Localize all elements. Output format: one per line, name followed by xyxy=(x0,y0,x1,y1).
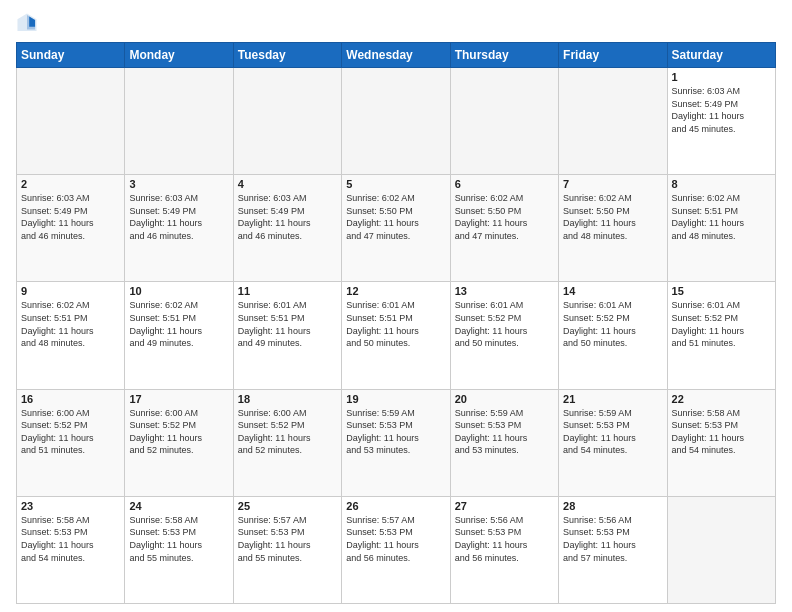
calendar-cell: 7Sunrise: 6:02 AM Sunset: 5:50 PM Daylig… xyxy=(559,175,667,282)
day-info: Sunrise: 6:00 AM Sunset: 5:52 PM Dayligh… xyxy=(238,407,337,457)
day-info: Sunrise: 6:03 AM Sunset: 5:49 PM Dayligh… xyxy=(21,192,120,242)
calendar-cell: 28Sunrise: 5:56 AM Sunset: 5:53 PM Dayli… xyxy=(559,496,667,603)
day-number: 10 xyxy=(129,285,228,297)
day-info: Sunrise: 5:59 AM Sunset: 5:53 PM Dayligh… xyxy=(455,407,554,457)
day-info: Sunrise: 5:59 AM Sunset: 5:53 PM Dayligh… xyxy=(563,407,662,457)
calendar-cell: 4Sunrise: 6:03 AM Sunset: 5:49 PM Daylig… xyxy=(233,175,341,282)
day-number: 28 xyxy=(563,500,662,512)
calendar-cell: 14Sunrise: 6:01 AM Sunset: 5:52 PM Dayli… xyxy=(559,282,667,389)
day-info: Sunrise: 5:59 AM Sunset: 5:53 PM Dayligh… xyxy=(346,407,445,457)
calendar-cell xyxy=(450,68,558,175)
calendar-cell: 26Sunrise: 5:57 AM Sunset: 5:53 PM Dayli… xyxy=(342,496,450,603)
day-number: 26 xyxy=(346,500,445,512)
day-number: 16 xyxy=(21,393,120,405)
logo xyxy=(16,12,42,34)
day-number: 19 xyxy=(346,393,445,405)
calendar-cell xyxy=(559,68,667,175)
day-number: 2 xyxy=(21,178,120,190)
day-number: 24 xyxy=(129,500,228,512)
calendar-cell: 16Sunrise: 6:00 AM Sunset: 5:52 PM Dayli… xyxy=(17,389,125,496)
day-info: Sunrise: 6:01 AM Sunset: 5:51 PM Dayligh… xyxy=(346,299,445,349)
day-number: 27 xyxy=(455,500,554,512)
calendar-cell: 10Sunrise: 6:02 AM Sunset: 5:51 PM Dayli… xyxy=(125,282,233,389)
col-header-tuesday: Tuesday xyxy=(233,43,341,68)
day-number: 25 xyxy=(238,500,337,512)
day-info: Sunrise: 5:56 AM Sunset: 5:53 PM Dayligh… xyxy=(563,514,662,564)
day-info: Sunrise: 6:02 AM Sunset: 5:50 PM Dayligh… xyxy=(346,192,445,242)
day-info: Sunrise: 6:02 AM Sunset: 5:51 PM Dayligh… xyxy=(21,299,120,349)
calendar-cell: 24Sunrise: 5:58 AM Sunset: 5:53 PM Dayli… xyxy=(125,496,233,603)
col-header-thursday: Thursday xyxy=(450,43,558,68)
day-info: Sunrise: 5:57 AM Sunset: 5:53 PM Dayligh… xyxy=(346,514,445,564)
calendar-week-row: 1Sunrise: 6:03 AM Sunset: 5:49 PM Daylig… xyxy=(17,68,776,175)
calendar-cell: 23Sunrise: 5:58 AM Sunset: 5:53 PM Dayli… xyxy=(17,496,125,603)
calendar-cell: 8Sunrise: 6:02 AM Sunset: 5:51 PM Daylig… xyxy=(667,175,775,282)
page: SundayMondayTuesdayWednesdayThursdayFrid… xyxy=(0,0,792,612)
calendar-cell: 19Sunrise: 5:59 AM Sunset: 5:53 PM Dayli… xyxy=(342,389,450,496)
day-number: 14 xyxy=(563,285,662,297)
day-info: Sunrise: 5:58 AM Sunset: 5:53 PM Dayligh… xyxy=(129,514,228,564)
calendar-cell: 1Sunrise: 6:03 AM Sunset: 5:49 PM Daylig… xyxy=(667,68,775,175)
day-number: 15 xyxy=(672,285,771,297)
calendar-cell: 12Sunrise: 6:01 AM Sunset: 5:51 PM Dayli… xyxy=(342,282,450,389)
day-info: Sunrise: 6:01 AM Sunset: 5:51 PM Dayligh… xyxy=(238,299,337,349)
calendar-week-row: 16Sunrise: 6:00 AM Sunset: 5:52 PM Dayli… xyxy=(17,389,776,496)
calendar-cell: 18Sunrise: 6:00 AM Sunset: 5:52 PM Dayli… xyxy=(233,389,341,496)
calendar-cell xyxy=(233,68,341,175)
day-info: Sunrise: 6:03 AM Sunset: 5:49 PM Dayligh… xyxy=(238,192,337,242)
calendar-header-row: SundayMondayTuesdayWednesdayThursdayFrid… xyxy=(17,43,776,68)
calendar-cell: 3Sunrise: 6:03 AM Sunset: 5:49 PM Daylig… xyxy=(125,175,233,282)
day-number: 13 xyxy=(455,285,554,297)
day-number: 18 xyxy=(238,393,337,405)
day-number: 21 xyxy=(563,393,662,405)
day-info: Sunrise: 5:58 AM Sunset: 5:53 PM Dayligh… xyxy=(21,514,120,564)
calendar-table: SundayMondayTuesdayWednesdayThursdayFrid… xyxy=(16,42,776,604)
calendar-cell xyxy=(667,496,775,603)
calendar-cell: 2Sunrise: 6:03 AM Sunset: 5:49 PM Daylig… xyxy=(17,175,125,282)
calendar-cell: 20Sunrise: 5:59 AM Sunset: 5:53 PM Dayli… xyxy=(450,389,558,496)
calendar-cell: 21Sunrise: 5:59 AM Sunset: 5:53 PM Dayli… xyxy=(559,389,667,496)
day-info: Sunrise: 6:01 AM Sunset: 5:52 PM Dayligh… xyxy=(672,299,771,349)
day-number: 9 xyxy=(21,285,120,297)
day-number: 1 xyxy=(672,71,771,83)
header xyxy=(16,12,776,34)
day-info: Sunrise: 6:00 AM Sunset: 5:52 PM Dayligh… xyxy=(129,407,228,457)
day-info: Sunrise: 6:02 AM Sunset: 5:50 PM Dayligh… xyxy=(563,192,662,242)
day-number: 8 xyxy=(672,178,771,190)
col-header-monday: Monday xyxy=(125,43,233,68)
calendar-cell: 13Sunrise: 6:01 AM Sunset: 5:52 PM Dayli… xyxy=(450,282,558,389)
day-number: 23 xyxy=(21,500,120,512)
day-number: 4 xyxy=(238,178,337,190)
col-header-wednesday: Wednesday xyxy=(342,43,450,68)
calendar-cell: 11Sunrise: 6:01 AM Sunset: 5:51 PM Dayli… xyxy=(233,282,341,389)
day-info: Sunrise: 6:03 AM Sunset: 5:49 PM Dayligh… xyxy=(129,192,228,242)
day-number: 17 xyxy=(129,393,228,405)
calendar-week-row: 9Sunrise: 6:02 AM Sunset: 5:51 PM Daylig… xyxy=(17,282,776,389)
day-info: Sunrise: 6:03 AM Sunset: 5:49 PM Dayligh… xyxy=(672,85,771,135)
col-header-friday: Friday xyxy=(559,43,667,68)
day-number: 5 xyxy=(346,178,445,190)
day-info: Sunrise: 6:01 AM Sunset: 5:52 PM Dayligh… xyxy=(455,299,554,349)
calendar-week-row: 23Sunrise: 5:58 AM Sunset: 5:53 PM Dayli… xyxy=(17,496,776,603)
day-info: Sunrise: 6:02 AM Sunset: 5:50 PM Dayligh… xyxy=(455,192,554,242)
day-number: 11 xyxy=(238,285,337,297)
day-number: 7 xyxy=(563,178,662,190)
day-info: Sunrise: 6:00 AM Sunset: 5:52 PM Dayligh… xyxy=(21,407,120,457)
calendar-week-row: 2Sunrise: 6:03 AM Sunset: 5:49 PM Daylig… xyxy=(17,175,776,282)
day-info: Sunrise: 5:58 AM Sunset: 5:53 PM Dayligh… xyxy=(672,407,771,457)
calendar-cell: 22Sunrise: 5:58 AM Sunset: 5:53 PM Dayli… xyxy=(667,389,775,496)
calendar-cell: 25Sunrise: 5:57 AM Sunset: 5:53 PM Dayli… xyxy=(233,496,341,603)
day-number: 20 xyxy=(455,393,554,405)
day-info: Sunrise: 5:56 AM Sunset: 5:53 PM Dayligh… xyxy=(455,514,554,564)
calendar-cell: 15Sunrise: 6:01 AM Sunset: 5:52 PM Dayli… xyxy=(667,282,775,389)
col-header-sunday: Sunday xyxy=(17,43,125,68)
day-number: 6 xyxy=(455,178,554,190)
calendar-cell xyxy=(125,68,233,175)
day-info: Sunrise: 6:01 AM Sunset: 5:52 PM Dayligh… xyxy=(563,299,662,349)
calendar-cell xyxy=(17,68,125,175)
day-info: Sunrise: 6:02 AM Sunset: 5:51 PM Dayligh… xyxy=(129,299,228,349)
day-info: Sunrise: 5:57 AM Sunset: 5:53 PM Dayligh… xyxy=(238,514,337,564)
calendar-cell: 9Sunrise: 6:02 AM Sunset: 5:51 PM Daylig… xyxy=(17,282,125,389)
day-number: 22 xyxy=(672,393,771,405)
calendar-cell: 6Sunrise: 6:02 AM Sunset: 5:50 PM Daylig… xyxy=(450,175,558,282)
